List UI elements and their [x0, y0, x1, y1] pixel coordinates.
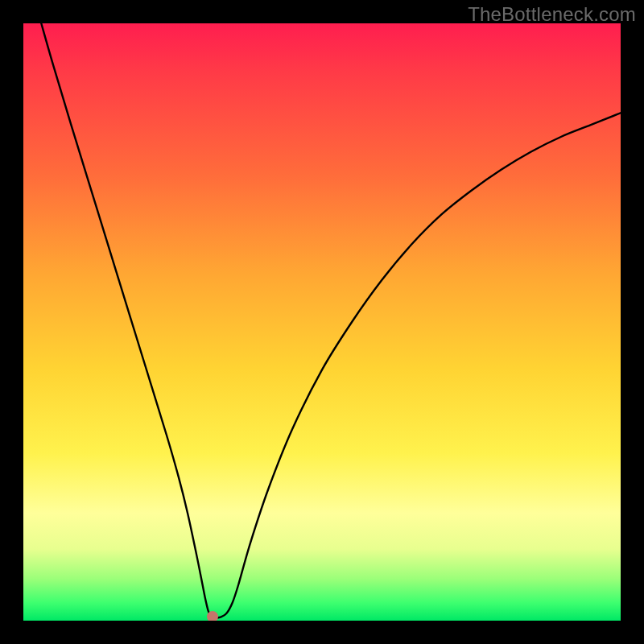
curve-svg: [23, 23, 621, 621]
bottleneck-curve: [41, 23, 621, 617]
watermark-text: TheBottleneck.com: [468, 3, 636, 26]
plot-area: [23, 23, 621, 621]
minimum-marker-dot: [207, 611, 218, 621]
chart-frame: TheBottleneck.com: [0, 0, 644, 644]
